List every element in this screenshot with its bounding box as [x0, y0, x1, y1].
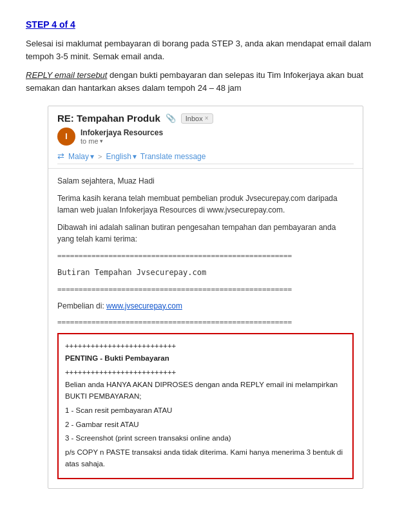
- attachment-icon: 📎: [166, 113, 176, 123]
- email-para1: Terima kasih kerana telah membuat pembel…: [57, 193, 354, 216]
- pembelian-link[interactable]: www.jvsecurepay.com: [106, 301, 182, 310]
- email-subject-row: RE: Tempahan Produk 📎 Inbox ×: [57, 113, 354, 124]
- email-header: RE: Tempahan Produk 📎 Inbox × I Infokerj…: [48, 106, 363, 169]
- email-section1: Butiran Tempahan Jvsecurepay.com: [57, 267, 354, 279]
- plus-line1: ++++++++++++++++++++++++++: [65, 341, 346, 352]
- translate-bar: ⇄ Malay▾ > English▾ Translate message: [57, 148, 354, 164]
- inbox-label: Inbox: [186, 115, 203, 122]
- pembelian-label: Pembelian di:: [57, 301, 104, 310]
- email-subject: RE: Tempahan Produk: [57, 113, 160, 124]
- sender-to: to me ▾: [81, 137, 163, 145]
- arrow-right-icon: >: [98, 153, 102, 160]
- sender-row: I Infokerjaya Resources to me ▾: [57, 128, 354, 146]
- plus-line2: ++++++++++++++++++++++++++: [65, 367, 346, 378]
- email-divider2: ========================================…: [57, 284, 354, 295]
- penting-title: PENTING - Bukti Pembayaran: [65, 353, 346, 365]
- translate-message-link[interactable]: Translate message: [140, 152, 206, 161]
- translate-icon: ⇄: [57, 151, 64, 161]
- lang-from-button[interactable]: Malay▾: [68, 152, 94, 161]
- red-box-item1: 1 - Scan resit pembayaran ATAU: [65, 405, 346, 417]
- to-label: to me: [81, 137, 99, 145]
- sender-info: Infokerjaya Resources to me ▾: [81, 128, 163, 145]
- inbox-badge: Inbox ×: [181, 113, 213, 124]
- email-divider3: ========================================…: [57, 317, 354, 328]
- step-title: STEP 4 of 4: [26, 19, 385, 30]
- red-box-item3: 3 - Screenshot (print screen transaksi o…: [65, 433, 346, 444]
- red-box-para1: Belian anda HANYA AKAN DIPROSES dengan a…: [65, 379, 346, 403]
- email-greeting: Salam sejahtera, Muaz Hadi: [57, 175, 354, 187]
- lang-to-button[interactable]: English▾: [106, 152, 136, 161]
- reply-italic: REPLY email tersebut: [26, 70, 107, 80]
- email-para2: Dibawah ini adalah salinan butiran penge…: [57, 222, 354, 245]
- intro-paragraph: Selesai isi maklumat pembayaran di boran…: [26, 37, 385, 62]
- email-body: Salam sejahtera, Muaz Hadi Terima kasih …: [48, 169, 363, 488]
- reply-instruction: REPLY email tersebut dengan bukti pembay…: [26, 69, 385, 94]
- email-divider1: ========================================…: [57, 251, 354, 261]
- email-panel: RE: Tempahan Produk 📎 Inbox × I Infokerj…: [48, 106, 363, 489]
- red-box: ++++++++++++++++++++++++++ PENTING - Buk…: [57, 333, 354, 479]
- avatar: I: [57, 128, 75, 146]
- red-box-item2: 2 - Gambar resit ATAU: [65, 419, 346, 431]
- email-pembelian: Pembelian di: www.jvsecurepay.com: [57, 300, 354, 312]
- to-dropdown-icon[interactable]: ▾: [100, 138, 103, 144]
- inbox-close-icon[interactable]: ×: [205, 115, 209, 122]
- sender-name: Infokerjaya Resources: [81, 128, 163, 137]
- red-box-ps: p/s COPY n PASTE transaksi anda tidak di…: [65, 447, 346, 470]
